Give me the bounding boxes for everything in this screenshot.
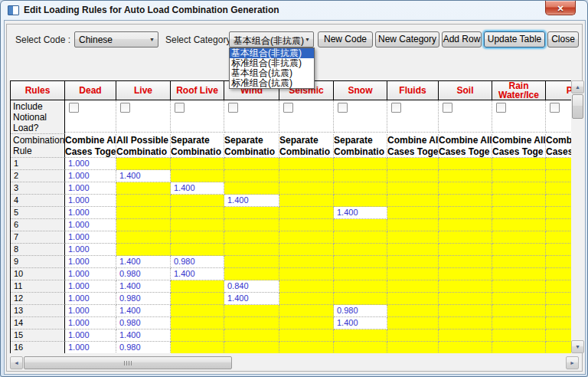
factor-cell-fluids-row-2[interactable] (387, 170, 439, 182)
scroll-left-button[interactable]: ◄ (10, 356, 23, 369)
factor-cell-ponding-row-13[interactable] (546, 305, 571, 317)
factor-cell-seismic-row-11[interactable] (279, 280, 334, 293)
scroll-up-button[interactable]: ▲ (571, 80, 584, 93)
factor-cell-soil-row-1[interactable] (439, 158, 492, 170)
factor-cell-roof-live-row-13[interactable] (171, 305, 224, 317)
factor-cell-wind-row-11[interactable]: 0.840 (224, 280, 279, 293)
factor-cell-fluids-row-10[interactable] (387, 268, 439, 280)
factor-cell-live-row-14[interactable]: 0.980 (116, 317, 171, 329)
factor-cell-live-row-10[interactable]: 0.980 (116, 268, 171, 280)
factor-cell-wind-row-4[interactable]: 1.400 (224, 195, 279, 207)
factor-cell-soil-row-7[interactable] (439, 231, 492, 244)
notional-load-checkbox-live[interactable] (120, 103, 130, 113)
notional-load-checkbox-seismic[interactable] (283, 103, 293, 113)
combination-rule-dead[interactable]: Combine All Cases Toge (65, 134, 116, 158)
combination-rule-ponding[interactable]: Combine All Cases Toge (546, 134, 571, 158)
scroll-down-button[interactable]: ▼ (571, 340, 584, 353)
factor-cell-snow-row-11[interactable] (334, 280, 387, 293)
factor-cell-wind-row-14[interactable] (224, 317, 279, 329)
factor-cell-seismic-row-13[interactable] (279, 305, 334, 317)
factor-cell-seismic-row-10[interactable] (279, 268, 334, 280)
vertical-scrollbar-thumb[interactable] (572, 94, 583, 119)
factor-cell-snow-row-6[interactable] (334, 219, 387, 231)
factor-cell-dead-row-16[interactable]: 1.000 (65, 342, 116, 353)
combination-rule-fluids[interactable]: Combine All Cases Toge (387, 134, 439, 158)
add-row-button[interactable]: Add Row (442, 31, 482, 48)
new-code-button[interactable]: New Code (318, 31, 373, 48)
factor-cell-wind-row-5[interactable] (224, 207, 279, 219)
factor-cell-roof-live-row-11[interactable] (171, 280, 224, 293)
factor-cell-seismic-row-12[interactable] (279, 293, 334, 305)
factor-cell-roof-live-row-7[interactable] (171, 231, 224, 244)
factor-cell-fluids-row-3[interactable] (387, 182, 439, 195)
factor-cell-ponding-row-5[interactable] (546, 207, 571, 219)
factor-cell-snow-row-9[interactable] (334, 256, 387, 268)
factor-cell-snow-row-10[interactable] (334, 268, 387, 280)
factor-cell-live-row-1[interactable] (116, 158, 171, 170)
factor-cell-live-row-7[interactable] (116, 231, 171, 244)
factor-cell-live-row-3[interactable] (116, 182, 171, 195)
factor-cell-ponding-row-3[interactable] (546, 182, 571, 195)
factor-cell-ponding-row-14[interactable] (546, 317, 571, 329)
factor-cell-snow-row-13[interactable]: 0.980 (334, 305, 387, 317)
factor-cell-roof-live-row-2[interactable] (171, 170, 224, 182)
factor-cell-ponding-row-4[interactable] (546, 195, 571, 207)
factor-cell-dead-row-11[interactable]: 1.000 (65, 280, 116, 293)
factor-cell-soil-row-3[interactable] (439, 182, 492, 195)
factor-cell-ponding-row-9[interactable] (546, 256, 571, 268)
category-option[interactable]: 基本组合(抗震) (230, 68, 314, 78)
factor-cell-dead-row-10[interactable]: 1.000 (65, 268, 116, 280)
factor-cell-rain-water-ice-row-16[interactable] (492, 342, 546, 353)
factor-cell-soil-row-9[interactable] (439, 256, 492, 268)
factor-cell-roof-live-row-16[interactable] (171, 342, 224, 353)
factor-cell-soil-row-2[interactable] (439, 170, 492, 182)
factor-cell-wind-row-10[interactable] (224, 268, 279, 280)
factor-cell-dead-row-9[interactable]: 1.000 (65, 256, 116, 268)
factor-cell-soil-row-16[interactable] (439, 342, 492, 353)
factor-cell-live-row-11[interactable]: 1.400 (116, 280, 171, 293)
factor-cell-wind-row-1[interactable] (224, 158, 279, 170)
update-table-button[interactable]: Update Table (484, 31, 545, 48)
factor-cell-dead-row-2[interactable]: 1.000 (65, 170, 116, 182)
scroll-right-button[interactable]: ► (566, 356, 579, 369)
factor-cell-wind-row-2[interactable] (224, 170, 279, 182)
horizontal-scrollbar-thumb[interactable] (24, 356, 232, 369)
factor-cell-snow-row-15[interactable] (334, 329, 387, 342)
factor-cell-seismic-row-5[interactable] (279, 207, 334, 219)
factor-cell-fluids-row-9[interactable] (387, 256, 439, 268)
factor-cell-seismic-row-14[interactable] (279, 317, 334, 329)
factor-cell-soil-row-5[interactable] (439, 207, 492, 219)
factor-cell-snow-row-2[interactable] (334, 170, 387, 182)
factor-cell-snow-row-5[interactable]: 1.400 (334, 207, 387, 219)
factor-cell-rain-water-ice-row-9[interactable] (492, 256, 546, 268)
factor-cell-fluids-row-11[interactable] (387, 280, 439, 293)
factor-cell-fluids-row-5[interactable] (387, 207, 439, 219)
combination-rule-soil[interactable]: Combine All Cases Toge (439, 134, 492, 158)
factor-cell-roof-live-row-6[interactable] (171, 219, 224, 231)
factor-cell-roof-live-row-8[interactable] (171, 244, 224, 256)
factor-cell-soil-row-8[interactable] (439, 244, 492, 256)
title-bar[interactable]: Edit Loading Rules for Auto Load Combina… (1, 1, 587, 20)
factor-cell-fluids-row-4[interactable] (387, 195, 439, 207)
combination-rule-snow[interactable]: Separate Combinatio (334, 134, 387, 158)
factor-cell-rain-water-ice-row-3[interactable] (492, 182, 546, 195)
combination-rule-roof-live[interactable]: Separate Combinatio (171, 134, 224, 158)
notional-load-checkbox-soil[interactable] (443, 103, 452, 113)
factor-cell-seismic-row-4[interactable] (279, 195, 334, 207)
factor-cell-dead-row-7[interactable]: 1.000 (65, 231, 116, 244)
factor-cell-live-row-16[interactable]: 0.980 (116, 342, 171, 353)
horizontal-scrollbar[interactable]: ◄ ► (10, 356, 579, 369)
factor-cell-wind-row-12[interactable]: 1.400 (224, 293, 279, 305)
factor-cell-fluids-row-16[interactable] (387, 342, 439, 353)
factor-cell-seismic-row-9[interactable] (279, 256, 334, 268)
factor-cell-rain-water-ice-row-2[interactable] (492, 170, 546, 182)
factor-cell-ponding-row-12[interactable] (546, 293, 571, 305)
factor-cell-rain-water-ice-row-6[interactable] (492, 219, 546, 231)
factor-cell-seismic-row-8[interactable] (279, 244, 334, 256)
factor-cell-dead-row-12[interactable]: 1.000 (65, 293, 116, 305)
factor-cell-live-row-5[interactable] (116, 207, 171, 219)
factor-cell-dead-row-14[interactable]: 1.000 (65, 317, 116, 329)
factor-cell-wind-row-16[interactable] (224, 342, 279, 353)
notional-load-checkbox-rain-water-ice[interactable] (496, 103, 506, 113)
factor-cell-seismic-row-3[interactable] (279, 182, 334, 195)
